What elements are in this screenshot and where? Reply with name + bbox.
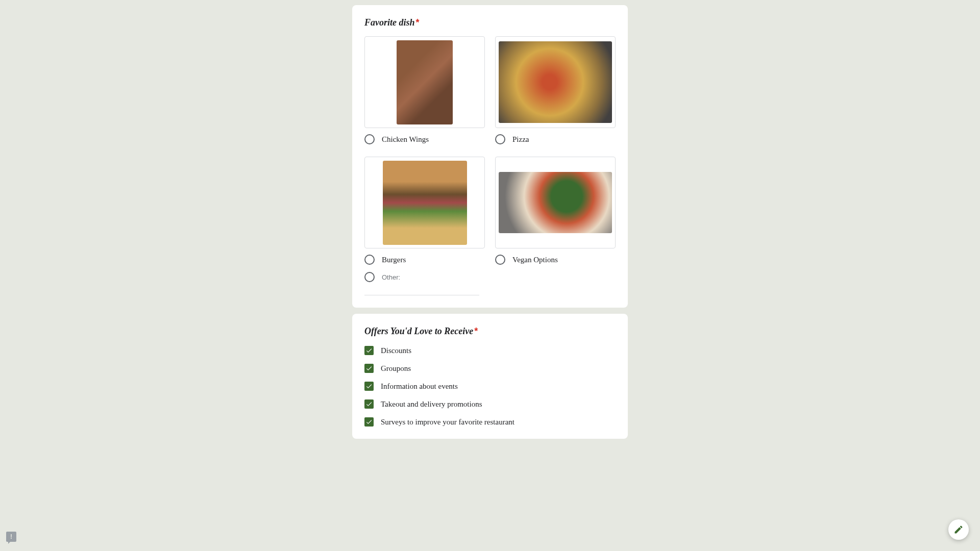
report-problem-button[interactable]: [6, 532, 16, 542]
other-input[interactable]: [364, 283, 479, 295]
check-icon: [365, 383, 373, 390]
checkbox-discounts[interactable]: [364, 346, 374, 355]
question-title-offers-text: Offers You'd Love to Receive: [364, 326, 473, 336]
checkbox-groupons[interactable]: [364, 364, 374, 373]
required-asterisk: *: [416, 17, 420, 28]
edit-fab-button[interactable]: [948, 519, 969, 540]
question-title-text: Favorite dish: [364, 17, 415, 28]
radio-vegan[interactable]: [495, 255, 505, 265]
offers-checkbox-list: Discounts Groupons Information about eve…: [364, 346, 616, 427]
label-chicken-wings: Chicken Wings: [382, 135, 429, 144]
favorite-dish-card: Favorite dish* Chicken Wings Pizza: [352, 5, 628, 308]
chicken-wings-image: [397, 40, 453, 124]
question-title-offers: Offers You'd Love to Receive*: [364, 326, 616, 337]
radio-chicken-wings[interactable]: [364, 134, 375, 144]
check-icon: [365, 365, 373, 372]
radio-row-burgers[interactable]: Burgers: [364, 255, 485, 265]
offers-card: Offers You'd Love to Receive* Discounts …: [352, 314, 628, 439]
pizza-image: [499, 41, 612, 123]
checkbox-takeout[interactable]: [364, 399, 374, 409]
option-burgers: Burgers: [364, 157, 485, 265]
label-events: Information about events: [381, 382, 458, 391]
image-box-burgers[interactable]: [364, 157, 485, 248]
radio-other[interactable]: [364, 272, 375, 282]
question-title-favorite-dish: Favorite dish*: [364, 17, 616, 28]
check-icon: [365, 418, 373, 425]
label-surveys: Surveys to improve your favorite restaur…: [381, 418, 514, 427]
burger-image: [383, 161, 467, 245]
label-groupons: Groupons: [381, 364, 411, 373]
checkbox-row-takeout[interactable]: Takeout and delivery promotions: [364, 399, 616, 409]
check-icon: [365, 400, 373, 408]
label-takeout: Takeout and delivery promotions: [381, 400, 482, 409]
label-vegan: Vegan Options: [512, 256, 558, 264]
image-box-vegan[interactable]: [495, 157, 616, 248]
radio-row-vegan[interactable]: Vegan Options: [495, 255, 616, 265]
pencil-icon: [953, 524, 964, 535]
checkbox-row-groupons[interactable]: Groupons: [364, 364, 616, 373]
image-box-pizza[interactable]: [495, 36, 616, 128]
vegan-image: [499, 172, 612, 233]
radio-burgers[interactable]: [364, 255, 375, 265]
label-burgers: Burgers: [382, 256, 406, 264]
checkbox-row-surveys[interactable]: Surveys to improve your favorite restaur…: [364, 417, 616, 427]
radio-row-other[interactable]: Other:: [364, 272, 616, 282]
label-other: Other:: [382, 273, 400, 281]
checkbox-row-discounts[interactable]: Discounts: [364, 346, 616, 355]
checkbox-row-events[interactable]: Information about events: [364, 382, 616, 391]
required-asterisk: *: [474, 326, 478, 336]
radio-row-pizza[interactable]: Pizza: [495, 134, 616, 144]
radio-row-chicken-wings[interactable]: Chicken Wings: [364, 134, 485, 144]
option-vegan: Vegan Options: [495, 157, 616, 265]
checkbox-surveys[interactable]: [364, 417, 374, 427]
dish-image-grid: Chicken Wings Pizza Burgers: [364, 36, 616, 265]
label-pizza: Pizza: [512, 135, 529, 144]
label-discounts: Discounts: [381, 346, 411, 355]
check-icon: [365, 347, 373, 354]
checkbox-events[interactable]: [364, 382, 374, 391]
option-pizza: Pizza: [495, 36, 616, 144]
radio-pizza[interactable]: [495, 134, 505, 144]
image-box-chicken-wings[interactable]: [364, 36, 485, 128]
option-chicken-wings: Chicken Wings: [364, 36, 485, 144]
